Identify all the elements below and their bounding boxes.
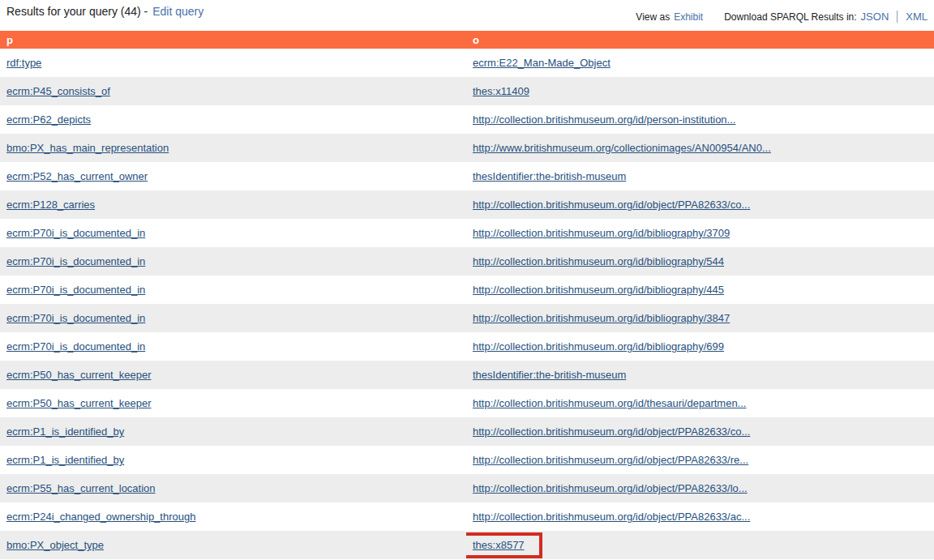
predicate-cell: ecrm:P45_consists_of bbox=[0, 77, 466, 105]
object-cell: http://collection.britishmuseum.org/id/b… bbox=[466, 219, 934, 247]
object-link[interactable]: http://collection.britishmuseum.org/id/b… bbox=[473, 340, 724, 353]
predicate-link[interactable]: bmo:PX_object_type bbox=[6, 539, 104, 551]
table-row: bmo:PX_object_typethes:x8577 bbox=[0, 531, 934, 559]
table-row: ecrm:P45_consists_ofthes:x11409 bbox=[0, 77, 934, 105]
predicate-link[interactable]: rdf:type bbox=[6, 57, 41, 69]
object-link[interactable]: http://collection.britishmuseum.org/id/p… bbox=[473, 113, 735, 126]
predicate-link[interactable]: ecrm:P1_is_identified_by bbox=[6, 425, 124, 438]
results-header-bar: Results for your query (44) - Edit query… bbox=[0, 0, 934, 31]
predicate-cell: rdf:type bbox=[0, 49, 466, 77]
download-group: Download SPARQL Results in: JSON XML bbox=[724, 8, 928, 23]
object-link[interactable]: http://collection.britishmuseum.org/id/o… bbox=[473, 482, 748, 494]
results-table: p o rdf:typeecrm:E22_Man-Made_Objectecrm… bbox=[0, 31, 934, 559]
predicate-cell: ecrm:P50_has_current_keeper bbox=[0, 389, 466, 417]
format-divider bbox=[897, 11, 898, 23]
object-link[interactable]: http://collection.britishmuseum.org/id/t… bbox=[473, 397, 746, 409]
object-link[interactable]: thes:x11409 bbox=[473, 85, 529, 97]
download-xml-link[interactable]: XML bbox=[906, 11, 928, 23]
predicate-link[interactable]: ecrm:P50_has_current_keeper bbox=[6, 397, 152, 409]
object-link[interactable]: http://www.britishmuseum.org/collectioni… bbox=[473, 142, 771, 154]
table-row: ecrm:P24i_changed_ownership_throughhttp:… bbox=[0, 502, 934, 531]
predicate-cell: ecrm:P70i_is_documented_in bbox=[0, 247, 466, 276]
object-link[interactable]: thesIdentifier:the-british-museum bbox=[473, 170, 626, 182]
object-cell: ecrm:E22_Man-Made_Object bbox=[466, 49, 934, 77]
predicate-cell: ecrm:P70i_is_documented_in bbox=[0, 219, 466, 247]
predicate-link[interactable]: ecrm:P70i_is_documented_in bbox=[6, 340, 145, 353]
predicate-cell: ecrm:P70i_is_documented_in bbox=[0, 304, 466, 332]
object-cell: http://collection.britishmuseum.org/id/t… bbox=[466, 389, 934, 417]
predicate-link[interactable]: ecrm:P55_has_current_location bbox=[6, 482, 156, 494]
predicate-cell: ecrm:P70i_is_documented_in bbox=[0, 332, 466, 361]
object-cell: http://collection.britishmuseum.org/id/o… bbox=[466, 502, 934, 531]
object-link[interactable]: thesIdentifier:the-british-museum bbox=[473, 369, 626, 381]
exhibit-link[interactable]: Exhibit bbox=[674, 11, 703, 23]
table-row: ecrm:P62_depictshttp://collection.britis… bbox=[0, 105, 934, 134]
predicate-link[interactable]: ecrm:P70i_is_documented_in bbox=[6, 284, 145, 296]
object-link[interactable]: http://collection.britishmuseum.org/id/b… bbox=[473, 284, 724, 296]
column-header-o: o bbox=[466, 31, 934, 49]
edit-query-link[interactable]: Edit query bbox=[152, 5, 204, 18]
column-header-p: p bbox=[0, 31, 466, 49]
page-title: Results for your query (44) bbox=[6, 5, 141, 18]
object-cell: thes:x8577 bbox=[466, 531, 934, 559]
predicate-cell: ecrm:P52_has_current_owner bbox=[0, 162, 466, 190]
predicate-cell: ecrm:P55_has_current_location bbox=[0, 474, 466, 502]
table-row: ecrm:P70i_is_documented_inhttp://collect… bbox=[0, 304, 934, 332]
predicate-link[interactable]: ecrm:P70i_is_documented_in bbox=[6, 255, 145, 267]
predicate-cell: ecrm:P1_is_identified_by bbox=[0, 446, 466, 474]
predicate-link[interactable]: bmo:PX_has_main_representation bbox=[6, 142, 169, 154]
predicate-cell: bmo:PX_object_type bbox=[0, 531, 466, 559]
table-row: ecrm:P70i_is_documented_inhttp://collect… bbox=[0, 219, 934, 247]
view-as-label: View as bbox=[636, 11, 670, 23]
object-link[interactable]: http://collection.britishmuseum.org/id/o… bbox=[473, 511, 750, 523]
predicate-link[interactable]: ecrm:P70i_is_documented_in bbox=[6, 312, 145, 324]
object-link[interactable]: http://collection.britishmuseum.org/id/b… bbox=[473, 255, 724, 267]
table-row: rdf:typeecrm:E22_Man-Made_Object bbox=[0, 49, 934, 77]
predicate-link[interactable]: ecrm:P24i_changed_ownership_through bbox=[6, 511, 195, 523]
object-cell: http://collection.britishmuseum.org/id/o… bbox=[466, 417, 934, 446]
table-row: ecrm:P70i_is_documented_inhttp://collect… bbox=[0, 332, 934, 361]
object-cell: http://collection.britishmuseum.org/id/o… bbox=[466, 190, 934, 219]
table-header-row: p o bbox=[0, 31, 934, 49]
table-row: ecrm:P50_has_current_keeperhttp://collec… bbox=[0, 389, 934, 417]
table-row: ecrm:P128_carrieshttp://collection.briti… bbox=[0, 190, 934, 219]
object-cell: http://collection.britishmuseum.org/id/o… bbox=[466, 446, 934, 474]
table-row: ecrm:P1_is_identified_byhttp://collectio… bbox=[0, 417, 934, 446]
predicate-link[interactable]: ecrm:P45_consists_of bbox=[6, 85, 110, 97]
table-body: rdf:typeecrm:E22_Man-Made_Objectecrm:P45… bbox=[0, 49, 934, 559]
predicate-link[interactable]: ecrm:P128_carries bbox=[6, 199, 95, 211]
predicate-cell: bmo:PX_has_main_representation bbox=[0, 134, 466, 162]
predicate-cell: ecrm:P128_carries bbox=[0, 190, 466, 219]
table-row: ecrm:P70i_is_documented_inhttp://collect… bbox=[0, 276, 934, 304]
object-link[interactable]: http://collection.britishmuseum.org/id/b… bbox=[473, 227, 730, 239]
object-cell: http://collection.britishmuseum.org/id/b… bbox=[466, 276, 934, 304]
view-as-group: View as Exhibit bbox=[636, 11, 703, 23]
object-link[interactable]: thes:x8577 bbox=[473, 539, 525, 551]
object-link[interactable]: http://collection.britishmuseum.org/id/o… bbox=[473, 454, 748, 466]
object-cell: thesIdentifier:the-british-museum bbox=[466, 162, 934, 190]
download-json-link[interactable]: JSON bbox=[861, 11, 889, 23]
object-cell: http://collection.britishmuseum.org/id/b… bbox=[466, 247, 934, 276]
object-link[interactable]: ecrm:E22_Man-Made_Object bbox=[473, 57, 611, 69]
predicate-link[interactable]: ecrm:P70i_is_documented_in bbox=[6, 227, 145, 239]
object-cell: http://www.britishmuseum.org/collectioni… bbox=[466, 134, 934, 162]
object-cell: thesIdentifier:the-british-museum bbox=[466, 361, 934, 389]
predicate-link[interactable]: ecrm:P1_is_identified_by bbox=[6, 454, 124, 466]
results-title-area: Results for your query (44) - Edit query bbox=[6, 5, 204, 18]
table-row: bmo:PX_has_main_representationhttp://www… bbox=[0, 134, 934, 162]
predicate-cell: ecrm:P24i_changed_ownership_through bbox=[0, 502, 466, 531]
highlight-box: thes:x8577 bbox=[466, 532, 542, 558]
object-link[interactable]: http://collection.britishmuseum.org/id/b… bbox=[473, 312, 730, 324]
predicate-link[interactable]: ecrm:P62_depicts bbox=[6, 113, 91, 126]
sparql-results-page: Results for your query (44) - Edit query… bbox=[0, 0, 934, 560]
object-link[interactable]: http://collection.britishmuseum.org/id/o… bbox=[473, 425, 750, 438]
object-link[interactable]: http://collection.britishmuseum.org/id/o… bbox=[473, 199, 750, 211]
predicate-link[interactable]: ecrm:P50_has_current_keeper bbox=[6, 369, 152, 381]
title-separator: - bbox=[141, 5, 151, 18]
object-cell: http://collection.britishmuseum.org/id/p… bbox=[466, 105, 934, 134]
table-row: ecrm:P50_has_current_keeperthesIdentifie… bbox=[0, 361, 934, 389]
predicate-cell: ecrm:P1_is_identified_by bbox=[0, 417, 466, 446]
table-row: ecrm:P70i_is_documented_inhttp://collect… bbox=[0, 247, 934, 276]
predicate-link[interactable]: ecrm:P52_has_current_owner bbox=[6, 170, 148, 182]
object-cell: thes:x11409 bbox=[466, 77, 934, 105]
